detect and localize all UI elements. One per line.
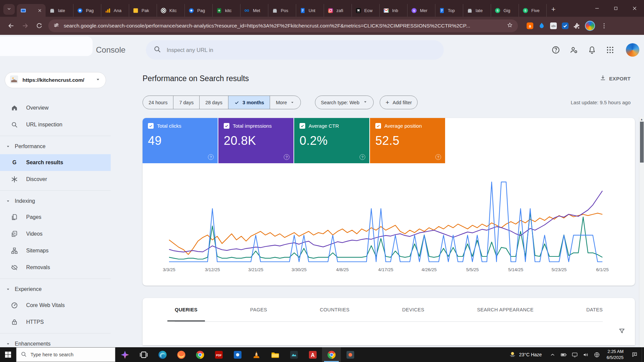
browser-tab[interactable]: Kitc: [157, 4, 185, 17]
browser-tab[interactable]: late: [463, 4, 491, 17]
browser-tab[interactable]: fiFive: [519, 4, 547, 17]
sidebar-section-experience[interactable]: Experience: [0, 282, 111, 297]
date-filter-7-days[interactable]: 7 days: [173, 96, 199, 109]
sidebar-item-pages[interactable]: Pages: [0, 209, 111, 226]
taskbar-clock[interactable]: 2:25 AM 6/5/2025: [602, 349, 628, 360]
taskbar-weather[interactable]: 23°C Haze: [503, 351, 547, 359]
tray-display-icon[interactable]: [569, 347, 580, 362]
browser-tab[interactable]: Unt: [296, 4, 324, 17]
new-tab-button[interactable]: +: [548, 4, 559, 15]
sidebar-item-url-inspection[interactable]: URL inspection: [0, 116, 111, 133]
taskbar-app-zoomapp[interactable]: [341, 347, 360, 362]
bluecheck-extension-icon[interactable]: [561, 22, 569, 30]
metric-checkbox[interactable]: [300, 123, 305, 129]
drop-extension-icon[interactable]: [538, 22, 546, 30]
metric-card-total-clicks[interactable]: Total clicks 49 ?: [143, 118, 218, 163]
back-button[interactable]: [4, 19, 18, 33]
taskbar-app-darkapp[interactable]: [284, 347, 303, 362]
taskbar-app-pdf[interactable]: PDF: [209, 347, 228, 362]
code-extension-icon[interactable]: </>: [549, 22, 557, 30]
help-icon[interactable]: ?: [360, 154, 365, 160]
aliexpress-extension-icon[interactable]: a: [526, 22, 534, 30]
reload-button[interactable]: [32, 19, 46, 33]
sidebar-item-overview[interactable]: Overview: [0, 100, 111, 116]
browser-profile-avatar[interactable]: [585, 21, 595, 31]
export-button[interactable]: EXPORT: [599, 74, 631, 82]
minimize-button[interactable]: [588, 0, 606, 17]
browser-tab[interactable]: kitc: [213, 4, 240, 17]
metric-card-average-ctr[interactable]: Average CTR 0.2% ?: [294, 118, 369, 163]
browser-tab[interactable]: Top: [435, 4, 463, 17]
browser-tab[interactable]: late: [46, 4, 73, 17]
table-tab-queries[interactable]: QUERIES: [175, 298, 198, 321]
table-tab-search-appearance[interactable]: SEARCH APPEARANCE: [477, 298, 534, 321]
metric-checkbox[interactable]: [375, 123, 381, 129]
browser-tab[interactable]: Pag: [73, 4, 101, 17]
help-icon[interactable]: ?: [284, 154, 289, 160]
table-tab-countries[interactable]: COUNTRIES: [320, 298, 350, 321]
puzzle-extension-icon[interactable]: [573, 22, 581, 30]
sidebar-item-https[interactable]: HTTPS: [0, 314, 111, 330]
sidebar-item-core-web-vitals[interactable]: Core Web Vitals: [0, 297, 111, 314]
browser-tab[interactable]: Ecw: [352, 4, 380, 17]
taskbar-app-chrome-active[interactable]: [322, 347, 341, 362]
tray-volume-icon[interactable]: [580, 347, 591, 362]
browser-tab[interactable]: Ana: [101, 4, 129, 17]
taskbar-app-taskview[interactable]: [134, 347, 153, 362]
date-filter-more[interactable]: More: [270, 96, 301, 109]
browser-tab[interactable]: Pak: [129, 4, 157, 17]
page-scrollbar[interactable]: ▲: [639, 117, 644, 347]
show-desktop-button[interactable]: [642, 347, 644, 362]
table-tab-pages[interactable]: PAGES: [250, 298, 267, 321]
taskbar-app-blueapp[interactable]: [228, 347, 247, 362]
table-tab-dates[interactable]: DATES: [586, 298, 603, 321]
table-tab-devices[interactable]: DEVICES: [402, 298, 424, 321]
search-type-filter[interactable]: Search type: Web: [315, 96, 374, 109]
sidebar-section-performance[interactable]: Performance: [0, 139, 111, 154]
taskbar-search[interactable]: Type here to search: [16, 347, 115, 362]
notifications-icon[interactable]: [588, 46, 596, 54]
sidebar-item-discover[interactable]: Discover: [0, 171, 111, 188]
scrollbar-thumb[interactable]: [640, 122, 644, 163]
help-icon[interactable]: ?: [208, 154, 214, 160]
metric-card-total-impressions[interactable]: Total impressions 20.8K ?: [218, 118, 293, 163]
sidebar-item-removals[interactable]: Removals: [0, 259, 111, 276]
taskbar-app-explorer[interactable]: [266, 347, 284, 362]
browser-tab[interactable]: Inb: [380, 4, 408, 17]
scrollbar-up-arrow[interactable]: ▲: [639, 117, 644, 121]
tab-search-button[interactable]: [3, 4, 15, 15]
tray-battery-icon[interactable]: [558, 347, 569, 362]
tab-close-icon[interactable]: [37, 8, 42, 13]
sidebar-item-sitemaps[interactable]: Sitemaps: [0, 242, 111, 259]
bookmark-star-icon[interactable]: [506, 22, 513, 30]
taskbar-app-firefox[interactable]: [172, 347, 191, 362]
forward-button[interactable]: [18, 19, 32, 33]
site-info-icon[interactable]: [53, 22, 60, 30]
close-button[interactable]: [625, 0, 644, 17]
property-selector[interactable]: https://kitchencrust.com/: [5, 72, 106, 88]
start-button[interactable]: [0, 347, 16, 362]
browser-tab[interactable]: Met: [240, 4, 268, 17]
metric-checkbox[interactable]: [224, 123, 229, 129]
apps-grid-icon[interactable]: [606, 46, 614, 54]
taskbar-app-edge[interactable]: [153, 347, 172, 362]
taskbar-app-vlc[interactable]: [247, 347, 266, 362]
browser-menu-button[interactable]: [599, 22, 609, 29]
date-filter-24-hours[interactable]: 24 hours: [143, 96, 173, 109]
taskbar-app-acrobat[interactable]: A: [303, 347, 322, 362]
browser-tab[interactable]: zafi: [324, 4, 352, 17]
date-filter-3-months[interactable]: 3 months: [228, 96, 270, 109]
help-icon[interactable]: [551, 46, 560, 54]
add-filter-button[interactable]: + Add filter: [380, 96, 417, 109]
user-settings-icon[interactable]: [570, 46, 578, 54]
browser-tab[interactable]: SMer: [408, 4, 435, 17]
performance-line-chart[interactable]: 3/3/253/12/253/21/253/30/254/8/254/17/25…: [143, 163, 635, 286]
tray-network-icon[interactable]: [591, 347, 602, 362]
action-center-button[interactable]: [628, 347, 642, 362]
account-avatar[interactable]: [626, 43, 639, 57]
sidebar-item-search-results[interactable]: GSearch results: [0, 154, 111, 171]
url-inspection-searchbar[interactable]: Inspect any URL in: [146, 40, 444, 60]
date-filter-28-days[interactable]: 28 days: [199, 96, 228, 109]
taskbar-app-copilot[interactable]: [115, 347, 134, 362]
taskbar-app-chrome[interactable]: [191, 347, 209, 362]
